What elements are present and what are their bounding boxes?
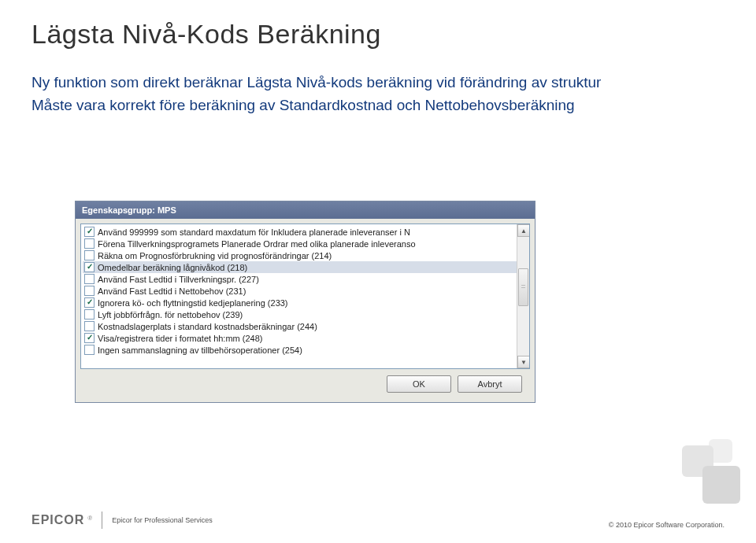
option-row[interactable]: Omedelbar beräkning lågnivåkod (218)	[83, 261, 528, 273]
option-checkbox[interactable]	[84, 262, 94, 272]
option-row[interactable]: Använd 999999 som standard maxdatum för …	[83, 226, 528, 238]
option-row[interactable]: Kostnadslagerplats i standard kostnadsbe…	[83, 320, 528, 332]
footer-divider	[102, 512, 102, 529]
options-listbox[interactable]: Använd 999999 som standard maxdatum för …	[80, 223, 530, 369]
option-checkbox[interactable]	[84, 250, 94, 260]
option-checkbox[interactable]	[84, 286, 94, 296]
dialog-title: Egenskapsgrupp: MPS	[82, 205, 176, 215]
option-label: Använd 999999 som standard maxdatum för …	[98, 227, 410, 237]
bullet-line-1: Ny funktion som direkt beräknar Lägsta N…	[32, 72, 724, 94]
property-group-dialog: Egenskapsgrupp: MPS Använd 999999 som st…	[75, 201, 536, 403]
option-row[interactable]: Visa/registrera tider i formatet hh:mm (…	[83, 332, 528, 344]
footer-tagline: Epicor for Professional Services	[112, 516, 213, 524]
bullet-list: Ny funktion som direkt beräknar Lägsta N…	[32, 72, 724, 116]
footer-copyright: © 2010 Epicor Software Corporation.	[609, 521, 724, 529]
bullet-line-2: Måste vara korrekt före beräkning av Sta…	[32, 94, 724, 117]
scroll-up-button[interactable]: ▲	[517, 224, 530, 237]
cancel-button[interactable]: Avbryt	[458, 375, 522, 393]
option-checkbox[interactable]	[84, 321, 94, 331]
option-label: Omedelbar beräkning lågnivåkod (218)	[98, 263, 247, 272]
option-row[interactable]: Ignorera kö- och flyttningstid kedjeplan…	[83, 297, 528, 308]
option-label: Använd Fast Ledtid i Nettobehov (231)	[98, 286, 246, 296]
option-checkbox[interactable]	[84, 309, 94, 320]
option-label: Förena Tillverkningsprogramets Planerade…	[98, 239, 416, 249]
option-row[interactable]: Förena Tillverkningsprogramets Planerade…	[83, 238, 528, 249]
logo-text: EPICOR	[32, 513, 84, 527]
option-checkbox[interactable]	[84, 238, 94, 249]
registered-mark: ®	[87, 515, 92, 522]
decorative-squares	[654, 433, 740, 504]
option-checkbox[interactable]	[84, 333, 94, 343]
ok-button[interactable]: OK	[387, 375, 451, 393]
listbox-scrollbar[interactable]: ▲ ▼	[517, 224, 529, 368]
option-label: Kostnadslagerplats i standard kostnadsbe…	[98, 322, 317, 331]
option-row[interactable]: Använd Fast Ledtid i Nettobehov (231)	[83, 285, 528, 297]
option-label: Ingen sammanslagning av tillbehörsoperat…	[98, 345, 302, 355]
option-row[interactable]: Räkna om Prognosförbrukning vid prognosf…	[83, 249, 528, 261]
scroll-down-button[interactable]: ▼	[517, 356, 530, 368]
option-row[interactable]: Använd Fast Ledtid i Tillverkningspr. (2…	[83, 273, 528, 285]
option-label: Lyft jobbförfrågn. för nettobehov (239)	[98, 310, 243, 320]
option-checkbox[interactable]	[84, 274, 94, 284]
page-title: Lägsta Nivå-Kods Beräkning	[32, 19, 724, 50]
option-row[interactable]: Lyft jobbförfrågn. för nettobehov (239)	[83, 308, 528, 320]
scroll-track[interactable]	[517, 237, 529, 356]
option-label: Använd Fast Ledtid i Tillverkningspr. (2…	[98, 275, 259, 284]
option-checkbox[interactable]	[84, 297, 94, 308]
option-label: Räkna om Prognosförbrukning vid prognosf…	[98, 251, 332, 260]
dialog-title-bar[interactable]: Egenskapsgrupp: MPS	[76, 201, 535, 219]
epicor-logo: EPICOR ®	[32, 513, 92, 527]
option-checkbox[interactable]	[84, 345, 94, 355]
option-label: Visa/registrera tider i formatet hh:mm (…	[98, 334, 262, 343]
option-row[interactable]: Ingen sammanslagning av tillbehörsoperat…	[83, 344, 528, 356]
scroll-thumb[interactable]	[518, 268, 528, 306]
option-checkbox[interactable]	[84, 227, 94, 237]
option-label: Ignorera kö- och flyttningstid kedjeplan…	[98, 298, 288, 308]
